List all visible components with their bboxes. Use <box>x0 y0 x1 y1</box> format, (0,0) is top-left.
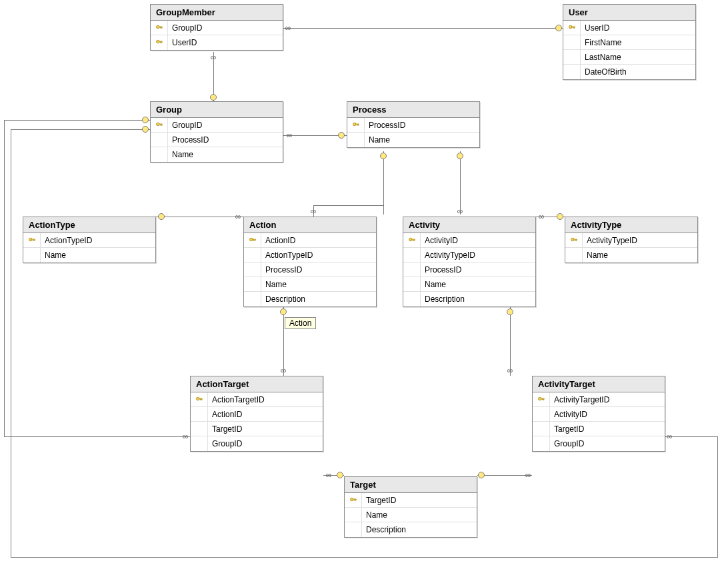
entity-row[interactable]: UserID <box>563 21 695 35</box>
entity-row[interactable]: LastName <box>563 50 695 65</box>
entity-row[interactable]: ActivityID <box>403 233 535 248</box>
rel-end-icon <box>337 472 343 478</box>
entity-target[interactable]: Target TargetIDNameDescription <box>344 476 477 538</box>
pk-cell <box>151 133 168 147</box>
entity-row[interactable]: Description <box>403 292 535 306</box>
pk-cell <box>244 277 261 291</box>
rel-end-icon: ∞ <box>457 207 463 215</box>
rel-end-icon: ∞ <box>525 471 531 479</box>
rel-end-icon <box>280 308 287 315</box>
entity-groupmember[interactable]: GroupMember GroupIDUserID <box>150 4 283 51</box>
entity-row[interactable]: ActivityTypeID <box>403 248 535 263</box>
pk-cell <box>347 118 365 132</box>
rel-line <box>460 151 461 215</box>
entity-row[interactable]: GroupID <box>151 21 283 35</box>
entity-actiontarget[interactable]: ActionTarget ActionTargetIDActionIDTarge… <box>190 376 323 452</box>
entity-title: Group <box>151 102 283 118</box>
entity-row[interactable]: ActionID <box>191 407 323 422</box>
entity-row[interactable]: ActionTargetID <box>191 392 323 407</box>
entity-row[interactable]: TargetID <box>345 493 477 508</box>
rel-end-icon <box>557 213 563 220</box>
entity-row[interactable]: ProcessID <box>151 133 283 147</box>
field-name: Name <box>261 280 287 289</box>
field-name: ActivityID <box>550 410 587 419</box>
entity-row[interactable]: Description <box>244 292 376 306</box>
field-name: ProcessID <box>261 265 302 275</box>
key-icon <box>408 237 416 245</box>
entity-row[interactable]: TargetID <box>191 422 323 436</box>
entity-activity[interactable]: Activity ActivityIDActivityTypeIDProcess… <box>403 217 536 307</box>
field-name: ProcessID <box>365 121 405 130</box>
entity-row[interactable]: UserID <box>151 35 283 50</box>
entity-row[interactable]: Name <box>565 248 697 263</box>
pk-cell <box>563 50 581 64</box>
rel-line <box>4 436 190 437</box>
entity-user[interactable]: User UserIDFirstNameLastNameDateOfBirth <box>563 4 696 80</box>
field-name: LastName <box>581 53 621 62</box>
entity-title: ActivityType <box>565 217 697 233</box>
entity-row[interactable]: Name <box>23 248 155 263</box>
entity-fields: ActivityTargetIDActivityIDTargetIDGroupI… <box>533 392 665 451</box>
pk-cell <box>533 436 550 451</box>
diagram-canvas: ∞ ∞ ∞ ∞ ∞ ∞ ∞ ∞ ∞ ∞ ∞ ∞ ∞ <box>0 0 728 563</box>
field-name: Name <box>41 251 66 260</box>
pk-cell <box>191 392 208 406</box>
entity-row[interactable]: ActionID <box>244 233 376 248</box>
entity-activitytarget[interactable]: ActivityTarget ActivityTargetIDActivityI… <box>532 376 665 452</box>
entity-activitytype[interactable]: ActivityType ActivityTypeIDName <box>565 217 698 263</box>
rel-line <box>11 557 717 558</box>
pk-cell <box>151 21 168 35</box>
field-name: UserID <box>168 38 197 47</box>
rel-line <box>4 120 150 121</box>
key-icon <box>352 121 360 129</box>
entity-row[interactable]: GroupID <box>191 436 323 451</box>
field-name: ActivityTargetID <box>550 395 609 404</box>
entity-fields: ActionIDActionTypeIDProcessIDNameDescrip… <box>244 233 376 306</box>
entity-row[interactable]: FirstName <box>563 35 695 50</box>
entity-row[interactable]: ActionTypeID <box>244 248 376 263</box>
key-icon <box>195 396 203 404</box>
entity-row[interactable]: ActivityTargetID <box>533 392 665 407</box>
key-icon <box>155 24 163 32</box>
field-name: ActionTypeID <box>261 251 313 260</box>
entity-row[interactable]: ActionTypeID <box>23 233 155 248</box>
entity-row[interactable]: GroupID <box>151 118 283 133</box>
entity-row[interactable]: Name <box>403 277 535 292</box>
entity-row[interactable]: Description <box>345 522 477 537</box>
entity-row[interactable]: DateOfBirth <box>563 65 695 79</box>
entity-title: ActionType <box>23 217 155 233</box>
key-icon <box>28 237 36 245</box>
pk-cell <box>403 263 421 277</box>
entity-row[interactable]: TargetID <box>533 422 665 436</box>
entity-title: Target <box>345 477 477 493</box>
entity-actiontype[interactable]: ActionType ActionTypeIDName <box>23 217 156 263</box>
entity-row[interactable]: Name <box>244 277 376 292</box>
entity-process[interactable]: Process ProcessIDName <box>347 101 480 148</box>
rel-line <box>4 120 5 436</box>
entity-title: Action <box>244 217 376 233</box>
rel-end-icon <box>457 153 463 159</box>
pk-cell <box>345 508 362 522</box>
entity-title: Activity <box>403 217 535 233</box>
field-name: ProcessID <box>168 135 209 145</box>
pk-cell <box>563 65 581 79</box>
field-name: DateOfBirth <box>581 67 627 77</box>
entity-group[interactable]: Group GroupIDProcessIDName <box>150 101 283 163</box>
entity-row[interactable]: ProcessID <box>403 263 535 277</box>
entity-fields: GroupIDProcessIDName <box>151 118 283 162</box>
entity-row[interactable]: Name <box>151 147 283 162</box>
entity-row[interactable]: ActivityID <box>533 407 665 422</box>
entity-row[interactable]: ProcessID <box>244 263 376 277</box>
entity-row[interactable]: Name <box>345 508 477 522</box>
entity-row[interactable]: ActivityTypeID <box>565 233 697 248</box>
entity-row[interactable]: ProcessID <box>347 118 479 133</box>
field-name: ProcessID <box>421 265 461 275</box>
entity-row[interactable]: Name <box>347 133 479 147</box>
rel-end-icon: ∞ <box>235 213 241 221</box>
entity-action[interactable]: Action ActionIDActionTypeIDProcessIDName… <box>243 217 377 307</box>
entity-title: User <box>563 5 695 21</box>
entity-row[interactable]: GroupID <box>533 436 665 451</box>
field-name: ActivityID <box>421 236 458 245</box>
entity-fields: ProcessIDName <box>347 118 479 147</box>
rel-end-icon: ∞ <box>667 432 673 440</box>
